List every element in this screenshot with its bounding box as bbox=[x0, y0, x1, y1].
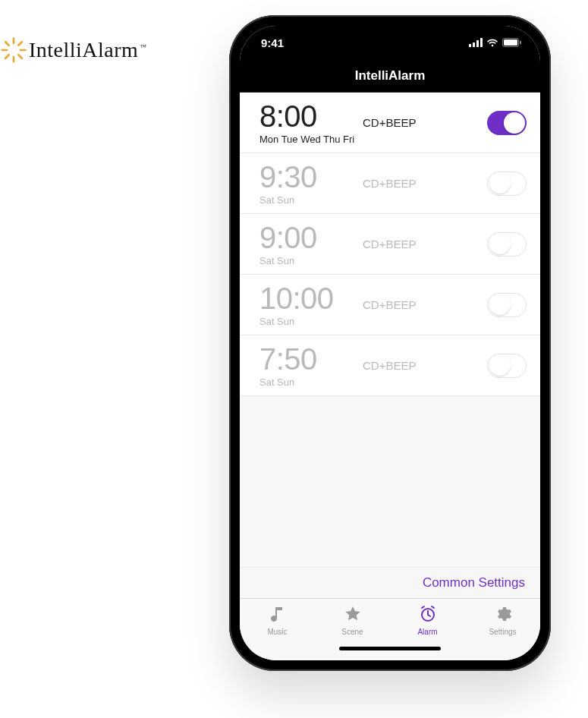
app-title-bar: IntelliAlarm bbox=[240, 59, 540, 93]
alarm-days: Sat Sun bbox=[259, 194, 363, 206]
svg-line-6 bbox=[18, 42, 22, 46]
gear-icon bbox=[493, 605, 513, 626]
alarm-time: 9:00 bbox=[259, 222, 363, 254]
brand-name: IntelliAlarm bbox=[29, 38, 138, 61]
battery-icon bbox=[502, 38, 522, 47]
tab-bar: MusicSceneAlarmSettings bbox=[240, 598, 540, 642]
cellular-signal-icon bbox=[469, 38, 483, 47]
svg-line-4 bbox=[5, 42, 9, 46]
alarm-list[interactable]: 8:00Mon Tue Wed Thu FriCD+BEEP9:30Sat Su… bbox=[240, 93, 540, 598]
alarm-toggle[interactable] bbox=[487, 172, 527, 196]
trademark-symbol: ™ bbox=[140, 43, 146, 51]
alarm-days: Sat Sun bbox=[259, 316, 363, 327]
list-empty-space bbox=[240, 396, 540, 567]
common-settings-link[interactable]: Common Settings bbox=[240, 567, 540, 598]
star-icon bbox=[343, 605, 363, 626]
tab-alarm[interactable]: Alarm bbox=[390, 599, 465, 642]
alarm-toggle[interactable] bbox=[487, 293, 527, 317]
alarm-toggle[interactable] bbox=[487, 354, 527, 378]
tab-scene[interactable]: Scene bbox=[315, 599, 390, 642]
tab-label: Settings bbox=[489, 628, 516, 636]
alarm-type: CD+BEEP bbox=[363, 177, 487, 190]
common-settings-label: Common Settings bbox=[423, 575, 525, 590]
svg-line-7 bbox=[5, 55, 9, 58]
svg-rect-9 bbox=[473, 43, 475, 47]
alarm-time: 7:50 bbox=[259, 343, 363, 375]
wifi-icon bbox=[486, 38, 498, 47]
statusbar-time: 9:41 bbox=[261, 36, 307, 49]
alarm-type: CD+BEEP bbox=[363, 238, 487, 250]
alarm-toggle[interactable] bbox=[487, 232, 527, 257]
app-title: IntelliAlarm bbox=[355, 68, 426, 83]
alarm-type: CD+BEEP bbox=[363, 298, 487, 311]
alarm-row[interactable]: 8:00Mon Tue Wed Thu FriCD+BEEP bbox=[240, 93, 540, 153]
alarm-toggle[interactable] bbox=[487, 111, 527, 135]
alarm-clock-icon bbox=[418, 605, 438, 626]
tab-settings[interactable]: Settings bbox=[465, 599, 540, 642]
tab-label: Scene bbox=[341, 628, 363, 636]
svg-rect-10 bbox=[476, 40, 479, 47]
alarm-days: Mon Tue Wed Thu Fri bbox=[259, 134, 363, 145]
home-indicator[interactable] bbox=[339, 647, 441, 650]
alarm-type: CD+BEEP bbox=[363, 359, 487, 372]
alarm-row[interactable]: 7:50Sat SunCD+BEEP bbox=[240, 335, 540, 396]
svg-rect-14 bbox=[520, 41, 521, 45]
alarm-type: CD+BEEP bbox=[363, 116, 487, 129]
alarm-time: 9:30 bbox=[259, 161, 363, 193]
alarm-row[interactable]: 10:00Sat SunCD+BEEP bbox=[240, 275, 540, 335]
alarm-days: Sat Sun bbox=[259, 255, 363, 266]
phone-frame: 9:41 IntelliAlarm 8:00Mon Tue Wed Thu Fr… bbox=[229, 15, 551, 671]
phone-notch bbox=[319, 26, 461, 49]
svg-rect-13 bbox=[504, 39, 517, 46]
tab-label: Music bbox=[267, 628, 287, 636]
alarm-row[interactable]: 9:00Sat SunCD+BEEP bbox=[240, 214, 540, 275]
sun-icon bbox=[0, 36, 27, 64]
alarm-row[interactable]: 9:30Sat SunCD+BEEP bbox=[240, 153, 540, 214]
tab-label: Alarm bbox=[417, 628, 437, 636]
music-note-icon bbox=[268, 605, 288, 626]
tab-music[interactable]: Music bbox=[240, 599, 315, 642]
svg-rect-11 bbox=[480, 38, 483, 47]
alarm-time: 8:00 bbox=[259, 100, 363, 132]
svg-line-5 bbox=[18, 55, 22, 58]
svg-rect-8 bbox=[469, 44, 471, 47]
alarm-time: 10:00 bbox=[259, 282, 363, 314]
brand-logo: IntelliAlarm™ bbox=[0, 36, 147, 64]
home-indicator-area bbox=[240, 642, 540, 660]
alarm-days: Sat Sun bbox=[259, 376, 363, 388]
